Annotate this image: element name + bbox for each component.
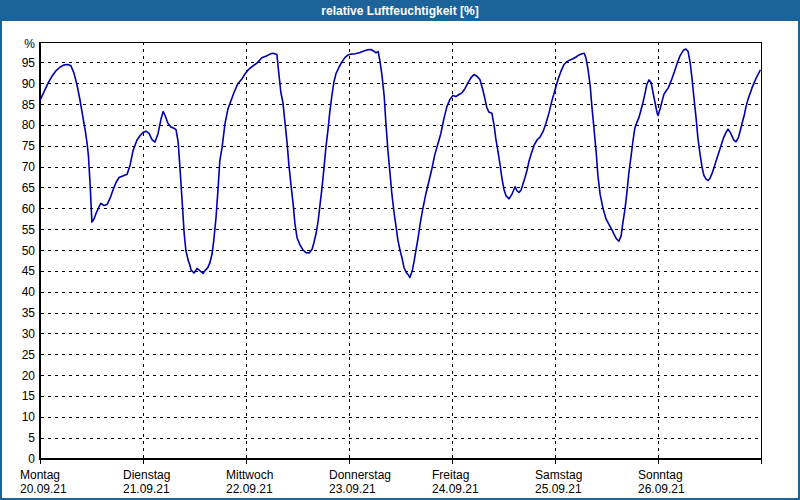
day-name-label: Mittwoch (226, 468, 273, 482)
day-date-label: 20.09.21 (20, 482, 67, 496)
day-name-label: Donnerstag (329, 468, 391, 482)
chart-canvas: 05101520253035404550556065707580859095%M… (2, 23, 798, 498)
day-name-label: Samstag (535, 468, 582, 482)
y-tick-label: 25 (22, 348, 36, 362)
y-tick-label: 10 (22, 410, 36, 424)
y-tick-label: 50 (22, 244, 36, 258)
y-tick-label: 0 (28, 452, 35, 466)
day-date-label: 23.09.21 (329, 482, 376, 496)
h-gridlines (41, 63, 761, 438)
y-tick-label: 80 (22, 118, 36, 132)
y-tick-label: 35 (22, 306, 36, 320)
y-tick-label: 30 (22, 327, 36, 341)
day-name-label: Sonntag (638, 468, 683, 482)
day-name-label: Dienstag (123, 468, 170, 482)
day-date-label: 22.09.21 (226, 482, 273, 496)
y-tick-label: 45 (22, 264, 36, 278)
y-axis-labels: 05101520253035404550556065707580859095% (22, 37, 36, 466)
window-title-bar[interactable]: relative Luftfeuchtigkeit [%] (2, 2, 798, 21)
y-tick-label: 95 (22, 56, 36, 70)
y-tick-label: 70 (22, 160, 36, 174)
day-date-label: 26.09.21 (638, 482, 685, 496)
y-tick-label: 5 (28, 431, 35, 445)
y-tick-label: 40 (22, 285, 36, 299)
day-date-label: 25.09.21 (535, 482, 582, 496)
y-tick-label: 15 (22, 389, 36, 403)
x-axis-labels: Montag20.09.21Dienstag21.09.21Mittwoch22… (20, 468, 685, 496)
y-tick-label: 60 (22, 202, 36, 216)
y-tick-label: 90 (22, 77, 36, 91)
humidity-chart: 05101520253035404550556065707580859095%M… (2, 23, 798, 498)
y-axis-unit-label: % (24, 37, 35, 51)
y-tick-label: 65 (22, 181, 36, 195)
y-tick-label: 20 (22, 369, 36, 383)
y-tick-label: 75 (22, 139, 36, 153)
app-window: relative Luftfeuchtigkeit [%] 0510152025… (0, 0, 800, 500)
day-name-label: Freitag (432, 468, 469, 482)
day-date-label: 24.09.21 (432, 482, 479, 496)
y-tick-label: 55 (22, 223, 36, 237)
window-title: relative Luftfeuchtigkeit [%] (321, 4, 478, 18)
y-tick-label: 85 (22, 98, 36, 112)
day-date-label: 21.09.21 (123, 482, 170, 496)
day-name-label: Montag (20, 468, 60, 482)
